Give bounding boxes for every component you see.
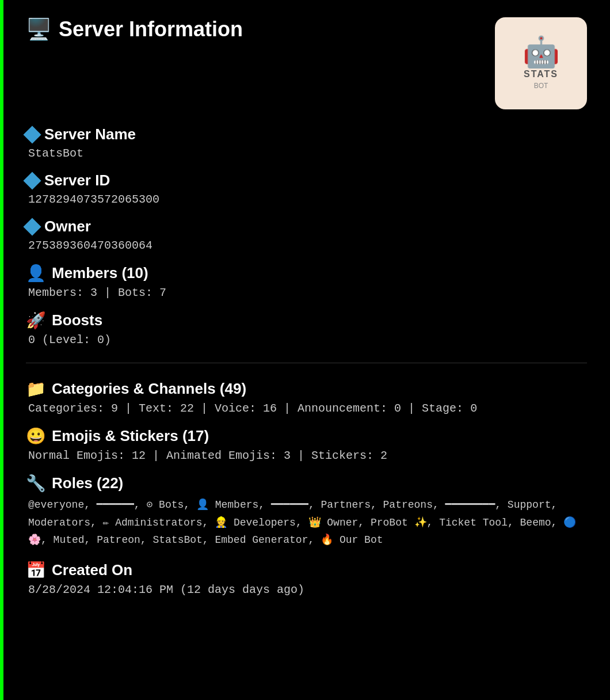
emojis-section: 😀 Emojis & Stickers (17) Normal Emojis: … (26, 427, 587, 462)
server-icon-label: STATS (524, 69, 558, 79)
members-section: 👤 Members (10) Members: 3 | Bots: 7 (26, 264, 587, 299)
owner-value: 275389360470360064 (28, 239, 587, 252)
members-header: 👤 Members (10) (26, 264, 587, 283)
server-name-header: Server Name (26, 125, 587, 143)
diamond-icon-2 (23, 172, 41, 189)
server-id-value: 1278294073572065300 (28, 193, 587, 206)
members-icon: 👤 (26, 264, 46, 283)
server-icon: 🤖 STATS BOT (495, 17, 587, 109)
created-on-section: 📅 Created On 8/28/2024 12:04:16 PM (12 d… (26, 561, 587, 596)
created-on-header: 📅 Created On (26, 561, 587, 580)
roles-section: 🔧 Roles (22) @everyone, ━━━━━━, ⊙ Bots, … (26, 474, 587, 549)
page-title: 🖥️ Server Information (26, 17, 243, 41)
owner-section: Owner 275389360470360064 (26, 218, 587, 252)
bot-icon: 🤖 (523, 37, 560, 67)
emoji-icon: 😀 (26, 427, 46, 446)
boosts-header: 🚀 Boosts (26, 311, 587, 330)
server-name-value: StatsBot (28, 147, 587, 160)
emojis-header: 😀 Emojis & Stickers (17) (26, 427, 587, 446)
wrench-icon: 🔧 (26, 474, 46, 493)
channels-value: Categories: 9 | Text: 22 | Voice: 16 | A… (28, 402, 587, 415)
page-header: 🖥️ Server Information 🤖 STATS BOT (26, 17, 587, 109)
owner-header: Owner (26, 218, 587, 235)
roles-header: 🔧 Roles (22) (26, 474, 587, 493)
channels-section: 📁 Categories & Channels (49) Categories:… (26, 379, 587, 415)
created-on-value: 8/28/2024 12:04:16 PM (12 days days ago) (28, 583, 587, 596)
boosts-section: 🚀 Boosts 0 (Level: 0) (26, 311, 587, 347)
rocket-icon: 🚀 (26, 311, 46, 330)
boosts-value: 0 (Level: 0) (28, 333, 587, 347)
roles-value: @everyone, ━━━━━━, ⊙ Bots, 👤 Members, ━━… (28, 496, 587, 549)
server-id-section: Server ID 1278294073572065300 (26, 172, 587, 206)
server-icon-sublabel: BOT (534, 82, 548, 90)
channels-header: 📁 Categories & Channels (49) (26, 379, 587, 398)
diamond-icon-3 (23, 218, 41, 235)
section-divider (26, 363, 587, 363)
folder-icon: 📁 (26, 379, 46, 398)
server-name-section: Server Name StatsBot (26, 125, 587, 160)
members-value: Members: 3 | Bots: 7 (28, 286, 587, 299)
diamond-icon (23, 125, 41, 143)
emojis-value: Normal Emojis: 12 | Animated Emojis: 3 |… (28, 449, 587, 462)
server-id-header: Server ID (26, 172, 587, 189)
calendar-icon: 📅 (26, 561, 46, 580)
monitor-icon: 🖥️ (26, 17, 52, 41)
